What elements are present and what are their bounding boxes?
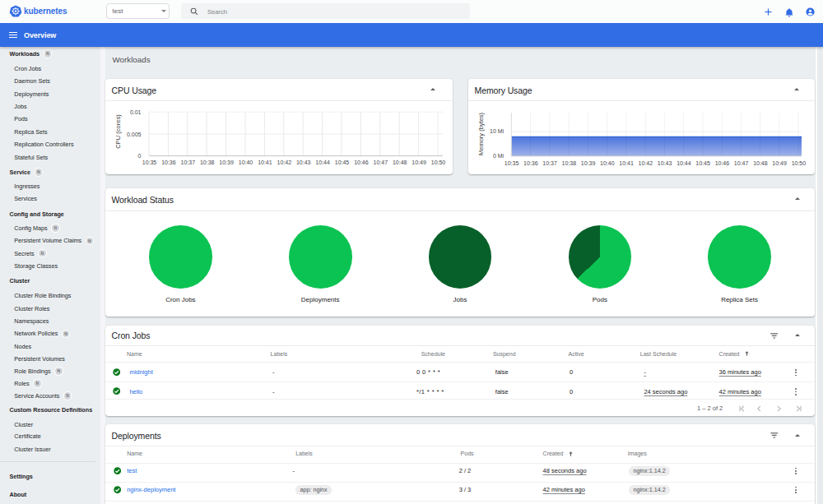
svg-text:0.005: 0.005 <box>127 132 142 137</box>
svg-text:10:43: 10:43 <box>658 160 672 166</box>
svg-text:10:49: 10:49 <box>772 160 787 166</box>
svg-text:10:35: 10:35 <box>142 160 157 165</box>
svg-text:10:41: 10:41 <box>619 160 634 166</box>
svg-text:10:42: 10:42 <box>277 160 292 165</box>
svg-text:10:46: 10:46 <box>354 160 369 165</box>
svg-text:10:40: 10:40 <box>600 160 615 166</box>
svg-text:10:48: 10:48 <box>753 160 768 166</box>
svg-text:Memory (bytes): Memory (bytes) <box>477 112 485 155</box>
svg-text:10:50: 10:50 <box>431 160 446 165</box>
svg-text:10:47: 10:47 <box>734 160 749 166</box>
svg-text:10:41: 10:41 <box>258 160 272 165</box>
svg-text:10:37: 10:37 <box>542 160 557 166</box>
svg-text:10:39: 10:39 <box>219 160 234 165</box>
svg-text:10:42: 10:42 <box>639 160 653 166</box>
svg-text:0 Mi: 0 Mi <box>493 153 504 159</box>
svg-text:10:46: 10:46 <box>715 160 730 166</box>
svg-text:0.01: 0.01 <box>130 109 142 115</box>
svg-text:10:48: 10:48 <box>393 160 407 165</box>
svg-text:10:49: 10:49 <box>412 160 426 165</box>
svg-text:0: 0 <box>138 153 142 159</box>
svg-text:10:38: 10:38 <box>200 160 215 165</box>
svg-text:10:43: 10:43 <box>296 160 311 165</box>
svg-text:10:36: 10:36 <box>523 160 538 166</box>
svg-text:10:50: 10:50 <box>792 160 807 166</box>
svg-text:10:38: 10:38 <box>562 160 577 166</box>
svg-text:10:35: 10:35 <box>504 160 519 166</box>
svg-text:10:45: 10:45 <box>695 160 710 166</box>
svg-text:10:40: 10:40 <box>239 160 253 165</box>
svg-text:10:36: 10:36 <box>161 160 176 165</box>
svg-text:10:45: 10:45 <box>335 160 350 165</box>
svg-text:CPU (cores): CPU (cores) <box>114 114 122 149</box>
svg-text:10:39: 10:39 <box>581 160 596 166</box>
svg-text:10 Mi: 10 Mi <box>490 128 504 134</box>
svg-text:10:37: 10:37 <box>181 160 196 165</box>
svg-text:10:44: 10:44 <box>677 160 691 166</box>
svg-text:10:47: 10:47 <box>374 160 388 165</box>
svg-text:10:44: 10:44 <box>315 160 330 165</box>
